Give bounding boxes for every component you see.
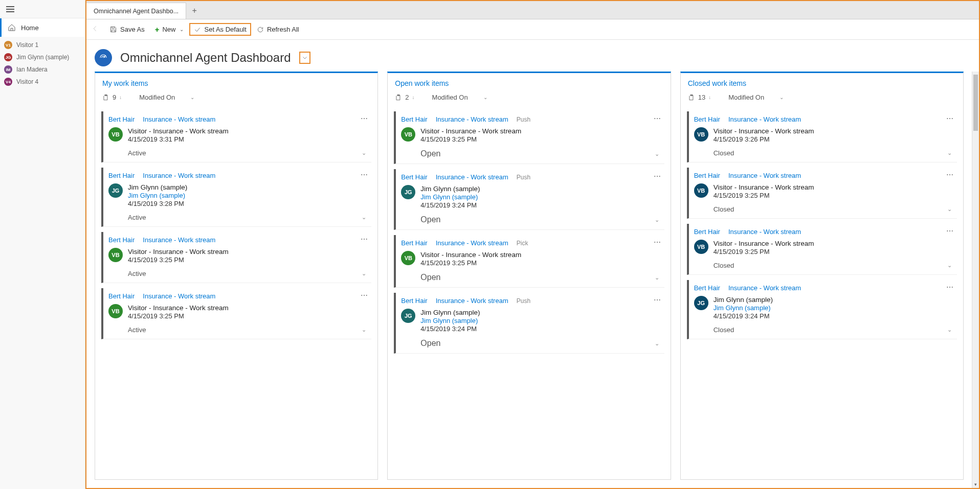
card-more-icon[interactable]: ⋯ — [946, 227, 954, 235]
work-item-card[interactable]: ⋯ Bert Hair Insurance - Work stream JG J… — [101, 168, 371, 227]
column-count: 2 — [405, 94, 409, 101]
card-badge: Push — [517, 174, 530, 181]
hamburger-icon[interactable] — [6, 6, 14, 12]
card-stream-link[interactable]: Insurance - Work stream — [728, 115, 801, 123]
scrollbar-thumb[interactable] — [973, 75, 978, 131]
work-item-card[interactable]: ⋯ Bert Hair Insurance - Work stream VB V… — [687, 111, 957, 162]
conversation-item[interactable]: V1Visitor 1 — [0, 39, 85, 51]
card-contact-link[interactable]: Jim Glynn (sample) — [128, 192, 187, 199]
card-stream-link[interactable]: Insurance - Work stream — [143, 236, 215, 244]
card-status-row[interactable]: Closed ⌄ — [694, 146, 952, 162]
card-owner-link[interactable]: Bert Hair — [694, 115, 720, 123]
back-button[interactable] — [91, 25, 104, 34]
tab-dashboard[interactable]: Omnichannel Agent Dashbo... — [86, 3, 186, 19]
work-item-card[interactable]: ⋯ Bert Hair Insurance - Work stream VB V… — [101, 232, 371, 283]
card-owner-link[interactable]: Bert Hair — [401, 297, 427, 305]
card-status-row[interactable]: Open ⌄ — [401, 270, 659, 287]
scroll-down-icon[interactable]: ▾ — [972, 482, 979, 487]
card-date: 4/15/2019 3:25 PM — [128, 256, 229, 264]
conversation-item[interactable]: JGJim Glynn (sample) — [0, 51, 85, 63]
work-item-card[interactable]: ⋯ Bert Hair Insurance - Work stream VB V… — [687, 224, 957, 275]
card-contact-link[interactable]: Jim Glynn (sample) — [420, 193, 480, 201]
arrow-down-icon: ↓ — [412, 95, 415, 100]
new-button[interactable]: + New ⌄ — [150, 22, 189, 36]
card-status-row[interactable]: Active ⌄ — [108, 323, 366, 339]
card-status-row[interactable]: Open ⌄ — [401, 336, 659, 353]
work-item-card[interactable]: ⋯ Bert Hair Insurance - Work stream Push… — [394, 293, 664, 354]
card-more-icon[interactable]: ⋯ — [946, 114, 954, 123]
set-default-button[interactable]: Set As Default — [189, 23, 251, 36]
card-owner-link[interactable]: Bert Hair — [401, 115, 427, 123]
chevron-down-icon: ⌄ — [655, 340, 659, 347]
card-more-icon[interactable]: ⋯ — [654, 238, 661, 246]
card-owner-link[interactable]: Bert Hair — [694, 172, 720, 179]
card-stream-link[interactable]: Insurance - Work stream — [143, 292, 215, 300]
card-status-row[interactable]: Closed ⌄ — [694, 259, 952, 274]
card-contact-link[interactable]: Jim Glynn (sample) — [714, 304, 773, 312]
card-status-row[interactable]: Open ⌄ — [401, 146, 659, 164]
card-owner-link[interactable]: Bert Hair — [108, 236, 135, 244]
avatar: IM — [4, 65, 12, 74]
card-stream-link[interactable]: Insurance - Work stream — [143, 115, 215, 123]
card-status-row[interactable]: Active ⌄ — [108, 146, 366, 162]
card-more-icon[interactable]: ⋯ — [361, 114, 368, 123]
work-item-card[interactable]: ⋯ Bert Hair Insurance - Work stream VB V… — [101, 111, 371, 162]
card-more-icon[interactable]: ⋯ — [946, 171, 954, 179]
card-more-icon[interactable]: ⋯ — [654, 114, 661, 123]
card-stream-link[interactable]: Insurance - Work stream — [436, 297, 508, 305]
card-more-icon[interactable]: ⋯ — [654, 172, 661, 180]
conversation-item[interactable]: V4Visitor 4 — [0, 76, 85, 88]
card-stream-link[interactable]: Insurance - Work stream — [143, 172, 215, 179]
nav-home[interactable]: Home — [0, 18, 85, 37]
card-owner-link[interactable]: Bert Hair — [108, 115, 135, 123]
card-status-row[interactable]: Closed ⌄ — [694, 202, 952, 218]
card-title: Visitor - Insurance - Work stream — [714, 183, 814, 191]
card-owner-link[interactable]: Bert Hair — [401, 173, 427, 181]
card-status-row[interactable]: Closed ⌄ — [694, 323, 952, 339]
work-item-card[interactable]: ⋯ Bert Hair Insurance - Work stream Push… — [394, 111, 664, 164]
scrollbar[interactable]: ▾ — [972, 72, 979, 488]
card-title: Visitor - Insurance - Work stream — [128, 248, 229, 255]
card-stream-link[interactable]: Insurance - Work stream — [436, 173, 508, 181]
chevron-down-icon: ⌄ — [655, 151, 659, 157]
chevron-down-icon: ⌄ — [947, 150, 952, 156]
card-more-icon[interactable]: ⋯ — [654, 296, 661, 304]
chevron-down-icon: ⌄ — [655, 274, 659, 281]
card-owner-link[interactable]: Bert Hair — [694, 228, 720, 236]
card-more-icon[interactable]: ⋯ — [946, 283, 954, 291]
card-owner-link[interactable]: Bert Hair — [108, 292, 135, 300]
card-contact-link[interactable]: Jim Glynn (sample) — [420, 317, 480, 324]
save-as-button[interactable]: Save As — [105, 23, 149, 36]
work-item-card[interactable]: ⋯ Bert Hair Insurance - Work stream Push… — [394, 169, 664, 230]
card-stream-link[interactable]: Insurance - Work stream — [436, 115, 508, 123]
refresh-all-button[interactable]: Refresh All — [252, 23, 304, 36]
card-stream-link[interactable]: Insurance - Work stream — [728, 228, 801, 236]
column-sort[interactable]: Modified On ⌄ — [422, 94, 487, 101]
work-item-card[interactable]: ⋯ Bert Hair Insurance - Work stream VB V… — [101, 288, 371, 339]
dashboard-badge-icon — [95, 49, 112, 66]
work-item-card[interactable]: ⋯ Bert Hair Insurance - Work stream VB V… — [687, 168, 957, 219]
column-sort[interactable]: Modified On ⌄ — [129, 94, 194, 101]
tab-add-button[interactable]: + — [186, 3, 203, 19]
work-item-card[interactable]: ⋯ Bert Hair Insurance - Work stream Pick… — [394, 235, 664, 288]
card-owner-link[interactable]: Bert Hair — [694, 284, 720, 292]
card-status-row[interactable]: Active ⌄ — [108, 267, 366, 283]
card-more-icon[interactable]: ⋯ — [361, 171, 368, 179]
work-item-card[interactable]: ⋯ Bert Hair Insurance - Work stream JG J… — [687, 280, 957, 339]
conversation-name: Visitor 1 — [16, 41, 38, 49]
card-stream-link[interactable]: Insurance - Work stream — [728, 284, 801, 292]
card-stream-link[interactable]: Insurance - Work stream — [728, 172, 801, 179]
column-title: My work items — [102, 79, 148, 87]
conversation-item[interactable]: IMIan Madera — [0, 63, 85, 76]
column-sort[interactable]: Modified On ⌄ — [718, 94, 784, 101]
card-more-icon[interactable]: ⋯ — [361, 235, 368, 243]
card-badge: Push — [517, 297, 530, 305]
card-stream-link[interactable]: Insurance - Work stream — [436, 239, 508, 247]
card-status-row[interactable]: Open ⌄ — [401, 212, 659, 229]
card-status-row[interactable]: Active ⌄ — [108, 211, 366, 226]
card-owner-link[interactable]: Bert Hair — [401, 239, 427, 247]
card-owner-link[interactable]: Bert Hair — [108, 172, 135, 179]
conversation-list: V1Visitor 1JGJim Glynn (sample)IMIan Mad… — [0, 37, 85, 88]
card-more-icon[interactable]: ⋯ — [361, 291, 368, 299]
dashboard-selector[interactable] — [299, 52, 310, 64]
